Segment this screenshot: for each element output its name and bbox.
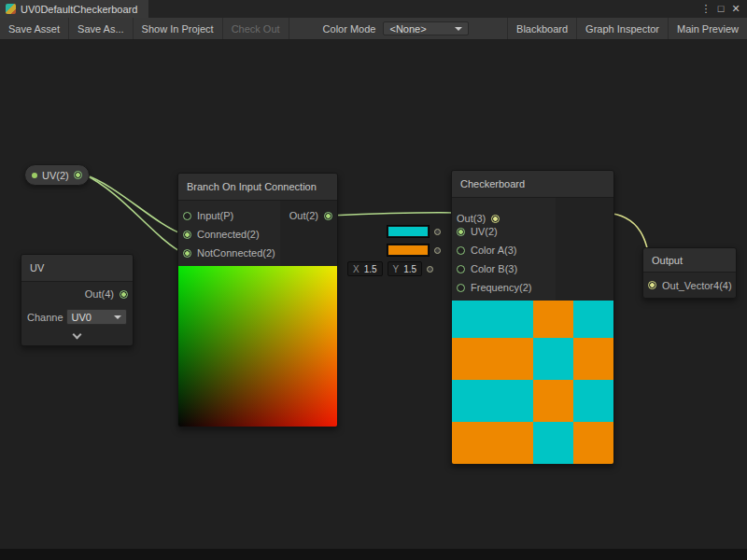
checker-cell (573, 338, 613, 380)
branch-out2-port[interactable] (324, 212, 332, 220)
color-a-swatch[interactable] (387, 225, 430, 238)
graph-inspector-toggle-button[interactable]: Graph Inspector (576, 18, 668, 39)
checker-cell (573, 422, 613, 464)
checker-cell (533, 301, 573, 338)
color-a-value-widget (387, 225, 441, 238)
frequency-x-label: X (353, 264, 359, 274)
frequency-x-value: 1.5 (364, 264, 377, 274)
blackboard-toggle-button[interactable]: Blackboard (507, 18, 576, 39)
color-mode-label: Color Mode (316, 18, 384, 39)
frequency-y-value: 1.5 (403, 264, 416, 274)
window-controls: ⋮ □ ✕ (698, 0, 747, 18)
branch-output-row: Out(2) (280, 206, 337, 225)
branch-node-title: Branch On Input Connection (178, 174, 337, 201)
branch-notconnected-port[interactable] (183, 249, 191, 258)
main-preview-toggle-button[interactable]: Main Preview (668, 18, 747, 39)
color-b-connector-dot-icon (434, 247, 441, 254)
save-as-button[interactable]: Save As... (69, 18, 134, 39)
branch-out2-label: Out(2) (289, 210, 318, 221)
branch-node-preview-image (178, 266, 337, 427)
frequency-y-label: Y (393, 264, 400, 274)
checkerboard-input-row: Color A(3) (452, 241, 613, 259)
graph-toolbar: Save Asset Save As... Show In Project Ch… (0, 18, 747, 40)
checker-cell (452, 301, 533, 338)
checkerboard-color-b-label: Color B(3) (471, 263, 517, 274)
checker-cell (533, 422, 573, 464)
uv-node-collapse-button[interactable] (21, 328, 133, 345)
edge-uvpill-to-notconnected[interactable] (84, 175, 183, 253)
branch-connected-port[interactable] (183, 231, 191, 239)
checker-cell (452, 380, 533, 422)
checker-cell (573, 301, 613, 338)
tab-bar: UV0DefaultCheckerboard ⋮ □ ✕ (0, 0, 747, 18)
checker-cell (573, 380, 613, 422)
checkerboard-frequency-label: Frequency(2) (471, 282, 531, 293)
output-node[interactable]: Output Out_Vector4(4) (642, 247, 737, 299)
uv-channel-value: UV0 (72, 312, 92, 323)
checkerboard-color-a-label: Color A(3) (471, 245, 517, 256)
branch-input-row: Input(P) (178, 206, 280, 225)
graph-tab[interactable]: UV0DefaultCheckerboard (0, 0, 148, 18)
save-asset-button[interactable]: Save Asset (0, 18, 69, 39)
uv-node[interactable]: UV Out(4) Channe UV0 (21, 254, 134, 346)
shader-graph-asset-icon (6, 4, 16, 14)
vector2-type-dot-icon (32, 173, 37, 178)
check-out-button[interactable]: Check Out (223, 18, 289, 39)
uv-channel-dropdown[interactable]: UV0 (66, 309, 127, 325)
checkerboard-node[interactable]: Checkerboard Out(3) UV(2) Color A(3) Col… (451, 170, 614, 465)
uv-out4-label: Out(4) (85, 288, 114, 300)
output-vector4-label: Out_Vector4(4) (662, 280, 732, 291)
edge-branch-to-checkerboard[interactable] (329, 213, 458, 216)
uv2-pill-label: UV(2) (42, 170, 69, 181)
color-b-value-widget (387, 244, 441, 257)
tab-title: UV0DefaultCheckerboard (21, 4, 137, 15)
window-bottom-edge (0, 549, 747, 560)
checkerboard-node-title: Checkerboard (452, 171, 613, 198)
color-a-swatch-fill (388, 227, 428, 236)
uv-out4-port[interactable] (120, 290, 128, 299)
checkerboard-input-row: UV(2) (452, 222, 613, 241)
graph-canvas[interactable]: UV(2) UV Out(4) Channe UV0 Branch On Inp… (0, 40, 747, 560)
color-b-swatch[interactable] (387, 244, 430, 257)
branch-input-p-label: Input(P) (197, 210, 233, 221)
color-mode-value: <None> (389, 23, 426, 35)
toolbar-right-group: Blackboard Graph Inspector Main Preview (507, 18, 747, 39)
maximize-icon[interactable]: □ (713, 0, 728, 18)
uv2-pill-output-port[interactable] (74, 171, 82, 179)
checkerboard-color-a-port[interactable] (457, 246, 465, 255)
chevron-down-icon (114, 315, 121, 319)
color-mode-dropdown[interactable]: <None> (383, 21, 469, 35)
checker-cell (533, 338, 573, 380)
branch-notconnected-label: NotConnected(2) (197, 247, 275, 259)
checkerboard-input-row: Frequency(2) (452, 278, 613, 297)
checkerboard-preview-image (452, 301, 613, 464)
branch-on-input-connection-node[interactable]: Branch On Input Connection Input(P) Conn… (177, 173, 338, 427)
branch-input-row: NotConnected(2) (178, 244, 280, 262)
show-in-project-button[interactable]: Show In Project (134, 18, 223, 39)
checkerboard-uv-port[interactable] (457, 228, 465, 236)
frequency-y-field[interactable]: Y 1.5 (388, 261, 423, 276)
uv-channel-label: Channe (27, 312, 63, 323)
color-a-connector-dot-icon (434, 229, 441, 235)
uv2-pill-node[interactable]: UV(2) (24, 164, 90, 186)
frequency-x-field[interactable]: X 1.5 (347, 261, 383, 276)
chevron-down-icon (455, 27, 462, 31)
checkerboard-color-b-port[interactable] (457, 265, 465, 273)
checkerboard-frequency-port[interactable] (457, 284, 465, 292)
checker-cell (452, 422, 533, 464)
frequency-connector-dot-icon (427, 266, 433, 273)
window-menu-icon[interactable]: ⋮ (698, 0, 713, 18)
checkerboard-uv-label: UV(2) (471, 226, 498, 237)
checkerboard-input-row: Color B(3) (452, 259, 613, 278)
output-input-row: Out_Vector4(4) (643, 273, 736, 298)
branch-input-row: Connected(2) (178, 225, 280, 244)
close-icon[interactable]: ✕ (728, 0, 743, 18)
branch-input-p-port[interactable] (183, 212, 191, 220)
color-b-swatch-fill (388, 245, 428, 255)
output-vector4-port[interactable] (648, 281, 656, 289)
frequency-value-widget: X 1.5 Y 1.5 (347, 261, 433, 276)
checker-cell (533, 380, 573, 422)
chevron-down-icon (73, 330, 82, 340)
uv-node-title: UV (21, 255, 133, 282)
shader-graph-window: { "window": { "tab_title": "UV0DefaultCh… (0, 0, 747, 560)
